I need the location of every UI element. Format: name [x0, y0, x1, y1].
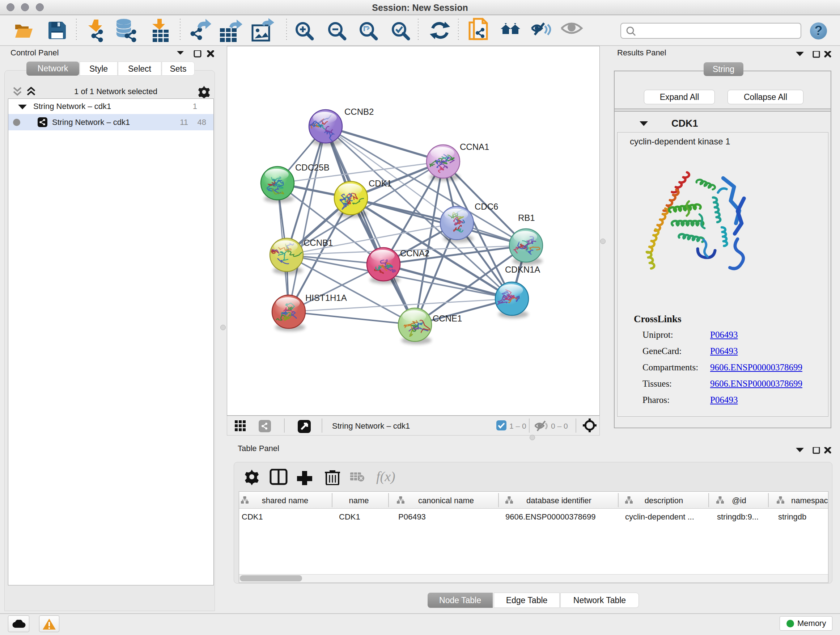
svg-text:database identifier: database identifier [526, 496, 592, 505]
svg-text:CCNA1: CCNA1 [460, 142, 489, 152]
svg-text:description: description [645, 496, 683, 505]
svg-text:HIST1H1A: HIST1H1A [305, 293, 347, 302]
svg-text:1 – 0: 1 – 0 [509, 422, 526, 430]
svg-text:namespac: namespac [791, 496, 828, 505]
svg-text:RB1: RB1 [518, 213, 535, 223]
svg-text:CDC25B: CDC25B [295, 163, 330, 172]
svg-text:canonical name: canonical name [418, 496, 474, 505]
svg-text:CDC6: CDC6 [475, 202, 498, 211]
svg-text:shared name: shared name [262, 496, 308, 505]
svg-text:CCNB1: CCNB1 [303, 238, 333, 248]
svg-text:CCNA2: CCNA2 [400, 249, 429, 258]
svg-text:String Network – cdk1: String Network – cdk1 [332, 421, 410, 431]
svg-text:CDKN1A: CDKN1A [505, 264, 540, 274]
svg-text:0 – 0: 0 – 0 [551, 422, 568, 430]
svg-text:f(x): f(x) [376, 469, 395, 485]
svg-text:CDK1: CDK1 [369, 179, 392, 188]
svg-text:CCNE1: CCNE1 [433, 314, 462, 323]
svg-text:@id: @id [732, 496, 746, 505]
svg-text:name: name [349, 496, 369, 505]
svg-text:CCNB2: CCNB2 [344, 107, 374, 117]
